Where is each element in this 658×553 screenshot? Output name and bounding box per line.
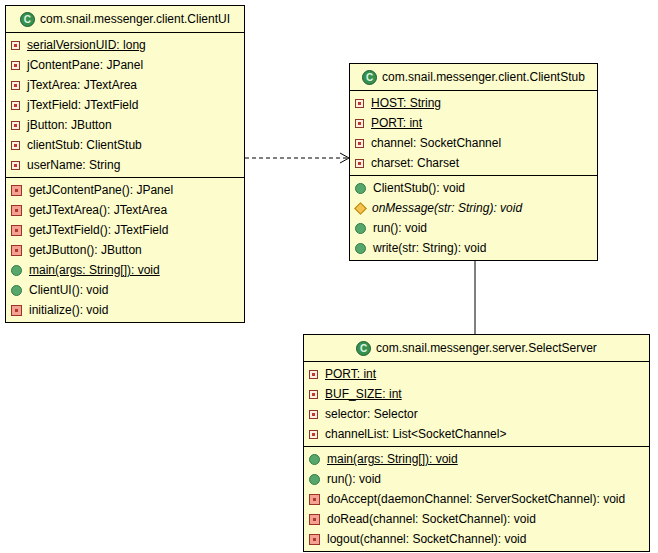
icon-dot [14, 164, 17, 167]
member-label: charset: Charset [371, 153, 459, 173]
member-row[interactable]: main(args: String[]): void [304, 449, 649, 469]
member-label: PORT: int [371, 113, 422, 133]
member-row[interactable]: main(args: String[]): void [6, 260, 244, 280]
public-method-icon [11, 285, 22, 296]
member-label: getJTextField(): JTextField [29, 220, 168, 240]
methods-compartment: ClientStub(): voidonMessage(str: String)… [350, 175, 597, 260]
member-row[interactable]: getJTextArea(): JTextArea [6, 200, 244, 220]
member-label: main(args: String[]): void [29, 260, 160, 280]
member-label: getJContentPane(): JPanel [29, 180, 173, 200]
icon-dot [312, 373, 315, 376]
member-row[interactable]: getJTextField(): JTextField [6, 220, 244, 240]
fields-compartment: serialVersionUID: longjContentPane: JPan… [6, 32, 244, 177]
member-row[interactable]: clientStub: ClientStub [6, 135, 244, 155]
icon-dot [312, 433, 315, 436]
class-icon: C [20, 12, 35, 27]
class-title-text: com.snail.messenger.client.ClientStub [382, 70, 585, 84]
icon-dot [15, 309, 18, 312]
member-row[interactable]: getJButton(): JButton [6, 240, 244, 260]
member-row[interactable]: logout(channel: SocketChannel): void [304, 529, 649, 549]
member-row[interactable]: selector: Selector [304, 404, 649, 424]
icon-dot [15, 189, 18, 192]
member-row[interactable]: ClientUI(): void [6, 280, 244, 300]
icon-dot [312, 413, 315, 416]
member-row[interactable]: PORT: int [350, 113, 597, 133]
member-row[interactable]: channel: SocketChannel [350, 133, 597, 153]
member-label: getJTextArea(): JTextArea [29, 200, 167, 220]
public-method-icon [309, 454, 320, 465]
member-row[interactable]: charset: Charset [350, 153, 597, 173]
uml-class-diagram: C com.snail.messenger.client.ClientUI se… [0, 0, 658, 553]
icon-dot [358, 142, 361, 145]
icon-dot [15, 209, 18, 212]
dependency-arrow-clientui-to-clientstub[interactable] [245, 153, 349, 163]
icon-dot [15, 229, 18, 232]
member-row[interactable]: doRead(channel: SocketChannel): void [304, 509, 649, 529]
class-header[interactable]: C com.snail.messenger.client.ClientUI [6, 6, 244, 32]
member-row[interactable]: doAccept(daemonChannel: ServerSocketChan… [304, 489, 649, 509]
icon-dot [313, 518, 316, 521]
open-arrowhead-icon [340, 153, 349, 163]
private-method-icon [309, 494, 320, 505]
class-title-text: com.snail.messenger.client.ClientUI [40, 12, 230, 26]
member-row[interactable]: run(): void [350, 218, 597, 238]
private-field-icon [309, 390, 318, 399]
member-row[interactable]: write(str: String): void [350, 238, 597, 258]
private-method-icon [11, 225, 22, 236]
member-row[interactable]: userName: String [6, 155, 244, 175]
member-label: onMessage(str: String): void [372, 198, 522, 218]
member-row[interactable]: channelList: List<SocketChannel> [304, 424, 649, 444]
private-field-icon [355, 159, 364, 168]
fields-compartment: HOST: StringPORT: intchannel: SocketChan… [350, 90, 597, 175]
class-box-clientui[interactable]: C com.snail.messenger.client.ClientUI se… [5, 5, 245, 323]
fields-compartment: PORT: intBUF_SIZE: intselector: Selector… [304, 361, 649, 446]
private-field-icon [11, 81, 20, 90]
member-row[interactable]: serialVersionUID: long [6, 35, 244, 55]
member-label: userName: String [27, 155, 120, 175]
private-field-icon [11, 141, 20, 150]
member-row[interactable]: run(): void [304, 469, 649, 489]
class-header[interactable]: C com.snail.messenger.server.SelectServe… [304, 335, 649, 361]
member-label: PORT: int [325, 364, 376, 384]
public-method-icon [355, 183, 366, 194]
private-method-icon [309, 514, 320, 525]
member-row[interactable]: jTextField: JTextField [6, 95, 244, 115]
private-method-icon [309, 534, 320, 545]
icon-dot [14, 84, 17, 87]
member-row[interactable]: onMessage(str: String): void [350, 198, 597, 218]
member-row[interactable]: BUF_SIZE: int [304, 384, 649, 404]
icon-dot [14, 64, 17, 67]
member-label: ClientUI(): void [29, 280, 108, 300]
icon-dot [358, 102, 361, 105]
class-title-text: com.snail.messenger.server.SelectServer [376, 341, 597, 355]
class-box-selectserver[interactable]: C com.snail.messenger.server.SelectServe… [303, 334, 650, 552]
member-row[interactable]: initialize(): void [6, 300, 244, 320]
private-field-icon [11, 61, 20, 70]
class-icon: C [362, 70, 377, 85]
member-label: jButton: JButton [27, 115, 112, 135]
icon-dot [15, 249, 18, 252]
private-field-icon [309, 370, 318, 379]
private-field-icon [11, 161, 20, 170]
member-label: run(): void [327, 469, 381, 489]
member-label: channelList: List<SocketChannel> [325, 424, 506, 444]
private-field-icon [355, 99, 364, 108]
member-row[interactable]: jContentPane: JPanel [6, 55, 244, 75]
member-label: initialize(): void [29, 300, 108, 320]
member-label: getJButton(): JButton [29, 240, 142, 260]
member-row[interactable]: getJContentPane(): JPanel [6, 180, 244, 200]
member-row[interactable]: HOST: String [350, 93, 597, 113]
private-method-icon [11, 205, 22, 216]
private-field-icon [355, 139, 364, 148]
private-method-icon [11, 245, 22, 256]
member-row[interactable]: jButton: JButton [6, 115, 244, 135]
member-row[interactable]: ClientStub(): void [350, 178, 597, 198]
class-header[interactable]: C com.snail.messenger.client.ClientStub [350, 64, 597, 90]
member-row[interactable]: PORT: int [304, 364, 649, 384]
member-row[interactable]: jTextArea: JTextArea [6, 75, 244, 95]
member-label: run(): void [373, 218, 427, 238]
icon-dot [358, 122, 361, 125]
class-box-clientstub[interactable]: C com.snail.messenger.client.ClientStub … [349, 63, 598, 261]
member-label: selector: Selector [325, 404, 418, 424]
member-label: serialVersionUID: long [27, 35, 146, 55]
